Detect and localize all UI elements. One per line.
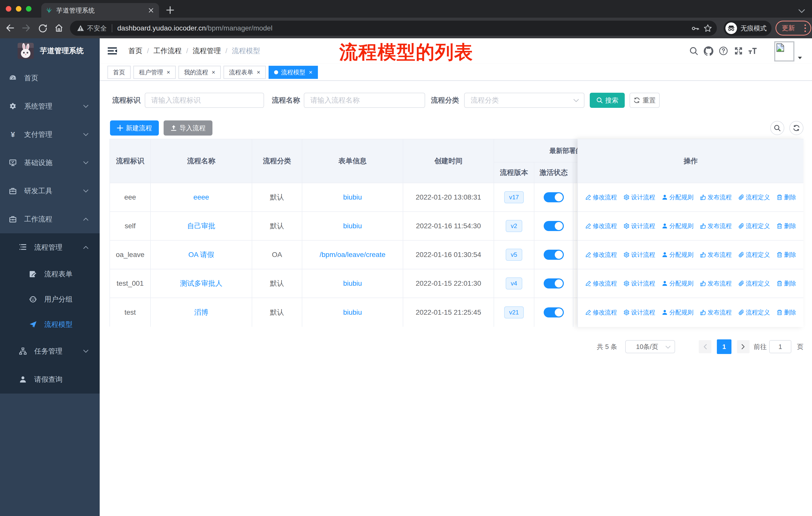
sidebar-item-工作流程[interactable]: 工作流程: [0, 205, 100, 233]
filter-name-input[interactable]: [304, 93, 425, 108]
tag-close-icon[interactable]: ×: [212, 69, 215, 75]
active-state-toggle[interactable]: [544, 221, 564, 231]
action-流程定义[interactable]: 流程定义: [738, 222, 770, 230]
new-tab-button[interactable]: [166, 6, 174, 14]
reset-button[interactable]: 重置: [630, 93, 660, 108]
help-icon[interactable]: [719, 46, 728, 55]
action-发布流程[interactable]: 发布流程: [700, 222, 732, 230]
browser-tab[interactable]: 芋道管理系统: [41, 3, 159, 18]
avatar-dropdown-caret-icon[interactable]: [798, 56, 802, 59]
sidebar-item-用户分组[interactable]: 用户分组: [0, 287, 100, 312]
sidebar-item-研发工具[interactable]: 研发工具: [0, 177, 100, 205]
window-minimize-button[interactable]: [16, 6, 21, 11]
action-流程定义[interactable]: 流程定义: [738, 308, 770, 317]
action-流程定义[interactable]: 流程定义: [738, 193, 770, 201]
github-icon[interactable]: [704, 46, 713, 56]
cell-form[interactable]: /bpm/oa/leave/create: [320, 251, 386, 259]
address-bar[interactable]: 不安全 dashboard.yudao.iocoder.cn/bpm/manag…: [70, 21, 717, 36]
show-search-toggle-button[interactable]: [770, 121, 784, 135]
cell-name[interactable]: OA 请假: [188, 250, 214, 260]
prev-page-button[interactable]: [699, 340, 711, 353]
version-tag[interactable]: v21: [504, 306, 524, 319]
action-设计流程[interactable]: 设计流程: [624, 193, 655, 201]
version-tag[interactable]: v5: [506, 249, 522, 261]
password-key-icon[interactable]: [691, 24, 699, 33]
pagination-goto-input[interactable]: [769, 340, 791, 353]
tag-流程模型[interactable]: 流程模型×: [268, 66, 318, 79]
action-修改流程[interactable]: 修改流程: [585, 308, 617, 317]
create-process-button[interactable]: 新建流程: [110, 120, 159, 136]
active-state-toggle[interactable]: [544, 278, 564, 289]
action-修改流程[interactable]: 修改流程: [585, 193, 617, 201]
version-tag[interactable]: v4: [506, 277, 522, 290]
action-修改流程[interactable]: 修改流程: [585, 222, 617, 230]
version-tag[interactable]: v2: [506, 220, 522, 232]
action-设计流程[interactable]: 设计流程: [624, 251, 655, 259]
action-分配规则[interactable]: 分配规则: [662, 222, 693, 230]
sidebar-item-基础设施[interactable]: 基础设施: [0, 148, 100, 177]
action-分配规则[interactable]: 分配规则: [662, 279, 693, 288]
sidebar-item-支付管理[interactable]: ¥支付管理: [0, 120, 100, 148]
active-state-toggle[interactable]: [544, 192, 564, 202]
action-设计流程[interactable]: 设计流程: [624, 279, 655, 288]
tag-close-icon[interactable]: ×: [167, 69, 170, 75]
action-分配规则[interactable]: 分配规则: [662, 251, 693, 259]
window-close-button[interactable]: [6, 6, 11, 11]
tag-我的流程[interactable]: 我的流程×: [178, 66, 221, 79]
action-发布流程[interactable]: 发布流程: [700, 193, 732, 201]
action-删除[interactable]: 删除: [777, 222, 796, 230]
action-删除[interactable]: 删除: [777, 193, 796, 201]
breadcrumb-item-流程管理[interactable]: 流程管理: [193, 46, 221, 56]
action-分配规则[interactable]: 分配规则: [662, 308, 693, 317]
cell-name[interactable]: 自己审批: [187, 221, 215, 231]
action-流程定义[interactable]: 流程定义: [738, 279, 770, 288]
browser-reload-button[interactable]: [38, 23, 47, 32]
bookmark-star-icon[interactable]: [703, 24, 712, 32]
action-发布流程[interactable]: 发布流程: [700, 251, 732, 259]
filter-key-input[interactable]: [145, 93, 264, 108]
tag-流程表单[interactable]: 流程表单×: [224, 66, 266, 79]
action-修改流程[interactable]: 修改流程: [585, 251, 617, 259]
action-修改流程[interactable]: 修改流程: [585, 279, 617, 288]
sidebar-logo[interactable]: 芋道管理系统: [0, 38, 100, 63]
action-发布流程[interactable]: 发布流程: [700, 308, 732, 317]
filter-category-select[interactable]: 流程分类: [464, 93, 584, 108]
sidebar-item-流程模型[interactable]: 流程模型: [0, 312, 100, 337]
sidebar-collapse-button[interactable]: [107, 46, 117, 56]
fullscreen-icon[interactable]: [734, 46, 743, 55]
refresh-table-button[interactable]: [789, 121, 804, 135]
tag-close-icon[interactable]: ×: [309, 69, 312, 75]
cell-form[interactable]: biubiu: [343, 222, 362, 230]
tag-首页[interactable]: 首页: [108, 66, 130, 79]
cell-form[interactable]: biubiu: [343, 308, 362, 317]
action-流程定义[interactable]: 流程定义: [738, 251, 770, 259]
browser-home-button[interactable]: [54, 23, 63, 32]
action-分配规则[interactable]: 分配规则: [662, 193, 693, 201]
version-tag[interactable]: v17: [504, 191, 524, 203]
browser-back-button[interactable]: [5, 23, 14, 32]
active-state-toggle[interactable]: [544, 250, 564, 260]
tab-search-chevron-icon[interactable]: [799, 9, 805, 13]
active-state-toggle[interactable]: [544, 307, 564, 318]
action-发布流程[interactable]: 发布流程: [700, 279, 732, 288]
cell-form[interactable]: biubiu: [343, 279, 362, 288]
sidebar-item-系统管理[interactable]: 系统管理: [0, 92, 100, 120]
page-number-button[interactable]: 1: [717, 340, 731, 354]
browser-update-button[interactable]: 更新: [776, 21, 811, 35]
sidebar-item-请假查询[interactable]: 请假查询: [0, 365, 100, 393]
action-设计流程[interactable]: 设计流程: [624, 222, 655, 230]
import-process-button[interactable]: 导入流程: [164, 120, 212, 136]
user-avatar[interactable]: [774, 41, 794, 61]
cell-name[interactable]: 测试多审批人: [180, 279, 223, 288]
tag-租户管理[interactable]: 租户管理×: [134, 66, 176, 79]
action-删除[interactable]: 删除: [777, 308, 796, 317]
cell-name[interactable]: eeee: [193, 193, 209, 201]
sidebar-item-流程表单[interactable]: 流程表单: [0, 262, 100, 287]
page-size-select[interactable]: 10条/页: [625, 340, 675, 353]
action-删除[interactable]: 删除: [777, 251, 796, 259]
breadcrumb-item-工作流程[interactable]: 工作流程: [153, 46, 182, 56]
sidebar-item-任务管理[interactable]: 任务管理: [0, 337, 100, 365]
next-page-button[interactable]: [737, 340, 750, 353]
action-设计流程[interactable]: 设计流程: [624, 308, 655, 317]
action-删除[interactable]: 删除: [777, 279, 796, 288]
